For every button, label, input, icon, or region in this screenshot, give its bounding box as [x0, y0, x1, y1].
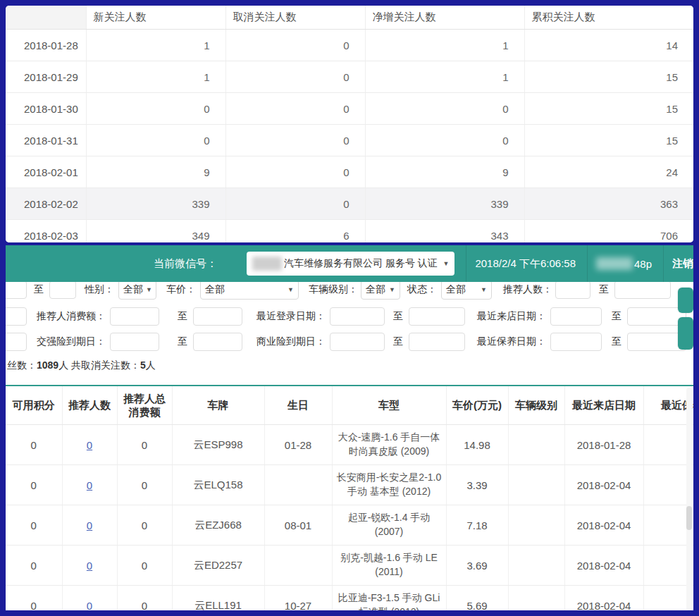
new-cell: 349 — [86, 220, 225, 243]
cut-input[interactable] — [6, 307, 27, 326]
side-quick-tab-2[interactable] — [678, 317, 693, 350]
customer-row: 0 0 0 云EZJ668 08-01 起亚-锐欧-1.4 手动 (2007) … — [6, 505, 693, 546]
referrer-spend-min-input[interactable] — [110, 307, 159, 326]
redacted-company-prefix — [252, 257, 282, 271]
referral-spend-cell: 0 — [117, 546, 172, 586]
price-select[interactable]: 全部▼ — [200, 282, 299, 300]
col-level: 车辆级别 — [508, 386, 564, 425]
age-max-input[interactable] — [49, 282, 76, 299]
customer-row: 0 0 0 云ESP998 01-28 大众-速腾-1.6 手自一体 时尚真皮版… — [6, 425, 693, 465]
customer-table: 可用积分 推荐人数 推荐人总消费额 车牌 生日 车型 车价(万元) 车辆级别 最… — [6, 386, 693, 610]
follow-row[interactable]: 2018-01-29 1 0 1 15 — [6, 61, 693, 93]
cut-input[interactable] — [6, 333, 27, 351]
last-login-start-input[interactable] — [330, 307, 385, 326]
total-cell: 15 — [524, 93, 693, 125]
level-cell — [508, 465, 564, 505]
level-cell — [508, 586, 564, 611]
net-cell: 1 — [365, 30, 524, 61]
referrals-cell: 0 — [62, 465, 117, 505]
referrals-cell: 0 — [62, 425, 117, 465]
referrals-cell: 0 — [62, 505, 117, 546]
col-cancel-follows: 取消关注人数 — [225, 6, 365, 30]
referrer-spend-max-input[interactable] — [193, 307, 242, 326]
follow-row-highlighted[interactable]: 2018-02-02 339 0 339 363 — [6, 188, 693, 220]
follow-row[interactable]: 2018-01-31 0 0 0 15 — [6, 125, 693, 156]
gender-select[interactable]: 全部▼ — [118, 282, 156, 300]
cancel-count: 5 — [140, 359, 146, 371]
vehicle-level-value: 全部 — [366, 283, 385, 296]
datetime-text: 2018/2/4 下午6:06:58 — [475, 257, 576, 271]
last-visit-start-input[interactable] — [550, 307, 602, 326]
price-cell: 14.98 — [446, 425, 508, 465]
customer-row: 0 0 0 云ELL191 10-27 比亚迪-F3-1.5 手动 GLi 标准… — [6, 586, 693, 611]
age-min-input[interactable] — [6, 282, 27, 299]
logout-button[interactable]: 注销 — [672, 257, 693, 271]
vehicle-level-label: 车辆级别： — [309, 283, 358, 296]
to-label: 至 — [178, 335, 187, 348]
status-select[interactable]: 全部▼ — [441, 282, 492, 300]
gender-value: 全部 — [123, 283, 143, 296]
net-cell: 339 — [365, 188, 524, 220]
date-cell: 2018-02-01 — [6, 156, 86, 188]
filter-row-2: 推荐人消费额： 至 最近登录日期： 至 最近来店日期： 至 — [6, 307, 686, 326]
last-visit-cell: 2018-01-28 — [564, 425, 643, 465]
cancel-cell: 0 — [225, 61, 365, 93]
topbar-divider — [587, 245, 588, 282]
side-quick-tab-1[interactable] — [678, 288, 693, 313]
last-login-end-input[interactable] — [409, 307, 465, 326]
model-cell: 长安商用-长安之星2-1.0 手动 基本型 (2012) — [332, 465, 446, 505]
topbar-divider — [466, 245, 466, 282]
new-cell: 0 — [86, 93, 225, 125]
chevron-down-icon: ▼ — [440, 260, 450, 267]
cancel-cell: 0 — [225, 93, 365, 125]
scrollbar-thumb[interactable] — [686, 506, 692, 530]
follow-stats-table: 新关注人数 取消关注人数 净增关注人数 累积关注人数 2018-01-28 1 … — [6, 6, 693, 242]
account-dropdown[interactable]: 汽车维修服务有限公司 服务号 认证 ▼ — [247, 252, 454, 276]
new-cell: 339 — [86, 188, 225, 220]
referrals-link[interactable]: 0 — [87, 600, 92, 611]
scrollbar-track[interactable] — [686, 388, 692, 610]
last-visit-cell: 2018-02-04 — [564, 465, 643, 505]
birthday-cell — [264, 465, 332, 505]
follow-row[interactable]: 2018-01-30 0 0 0 15 — [6, 93, 693, 125]
follow-row[interactable]: 2018-02-03 349 6 343 706 — [6, 220, 693, 243]
app-window: 新关注人数 取消关注人数 净增关注人数 累积关注人数 2018-01-28 1 … — [0, 0, 699, 616]
total-cell: 15 — [524, 125, 693, 156]
follow-row[interactable]: 2018-01-28 1 0 1 14 — [6, 30, 693, 61]
referrer-spend-label: 推荐人消费额： — [37, 310, 106, 323]
referrals-link[interactable]: 0 — [87, 519, 92, 531]
plate-cell: 云ELL191 — [172, 586, 264, 611]
logged-in-user: 48p — [596, 257, 652, 270]
referrals-link[interactable]: 0 — [87, 560, 92, 572]
col-plate: 车牌 — [172, 386, 264, 425]
net-cell: 1 — [365, 61, 524, 93]
new-cell: 0 — [86, 125, 225, 156]
commercial-insurance-start-input[interactable] — [330, 333, 385, 351]
last-maintenance-start-input[interactable] — [550, 333, 602, 351]
points-cell: 0 — [6, 546, 62, 586]
date-cell: 2018-02-03 — [6, 220, 86, 243]
referrals-link[interactable]: 0 — [87, 439, 92, 451]
last-visit-cell: 2018-02-04 — [564, 586, 643, 611]
filter-row-3: 交强险到期日： 至 商业险到期日： 至 最近保养日期： 至 — [6, 333, 686, 351]
commercial-insurance-end-input[interactable] — [409, 333, 465, 351]
vehicle-level-select[interactable]: 全部▼ — [361, 282, 400, 300]
gender-label: 性别： — [85, 283, 114, 296]
chevron-down-icon: ▼ — [478, 286, 487, 293]
referrals-link[interactable]: 0 — [87, 479, 92, 491]
plate-cell: 云ESP998 — [172, 425, 264, 465]
compulsory-insurance-end-input[interactable] — [193, 333, 242, 351]
referrals-cell: 0 — [62, 586, 117, 611]
total-cell: 363 — [524, 188, 693, 220]
cancel-cell: 0 — [225, 156, 365, 188]
date-cell: 2018-01-30 — [6, 93, 86, 125]
to-label: 至 — [393, 310, 403, 323]
follow-row[interactable]: 2018-02-01 9 0 9 24 — [6, 156, 693, 188]
col-date — [6, 6, 86, 30]
compulsory-insurance-start-input[interactable] — [110, 333, 159, 351]
col-total-follows: 累积关注人数 — [524, 6, 693, 30]
level-cell — [508, 505, 564, 546]
referral-count-min-input[interactable] — [555, 282, 590, 299]
model-cell: 别克-凯越-1.6 手动 LE (2011) — [332, 546, 446, 586]
referral-count-max-input[interactable] — [614, 282, 671, 299]
